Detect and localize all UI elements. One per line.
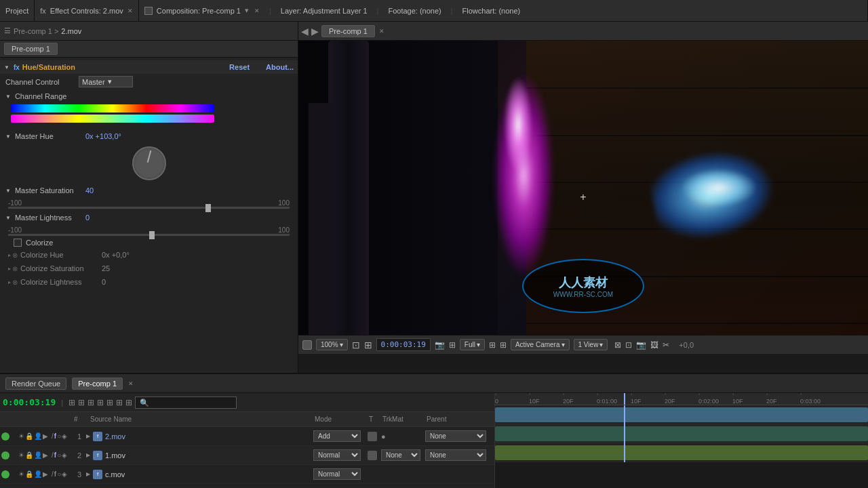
layer1-lock[interactable]: 🔒 — [25, 432, 33, 440]
master-light-thumb[interactable] — [149, 231, 155, 239]
effect-about-link[interactable]: About... — [266, 63, 294, 71]
layer3-solo[interactable]: ☀ — [18, 470, 24, 478]
layer1-bar[interactable] — [495, 407, 868, 422]
zoom-dropdown[interactable]: 100% ▾ — [316, 339, 348, 350]
layer2-collapse[interactable]: ▶ — [43, 451, 51, 460]
timeline-close[interactable]: ✕ — [128, 380, 134, 387]
layer2-fx[interactable]: f — [54, 451, 56, 459]
precomp-viewer-tab[interactable]: Pre-comp 1 — [4, 43, 58, 55]
layer3-collapse[interactable]: ▶ — [43, 470, 51, 479]
view-count-dropdown[interactable]: 1 View ▾ — [574, 339, 608, 350]
preview-btn[interactable]: ⊡ — [625, 340, 632, 350]
layer2-shy[interactable]: 👤 — [34, 451, 42, 460]
layer2-adjust[interactable]: ◈ — [62, 451, 67, 459]
viewer-nav-fwd[interactable]: ▶ — [311, 26, 319, 37]
layer1-collapse[interactable]: ▶ — [43, 432, 51, 441]
layer2-mode-select[interactable]: Normal — [313, 449, 361, 461]
panel-menu-icon[interactable]: ☰ — [4, 26, 11, 35]
grid-overlay-icon[interactable]: ⊞ — [500, 340, 507, 350]
layer2-bar[interactable] — [495, 426, 868, 441]
fit-icon[interactable]: ⊡ — [352, 340, 360, 350]
layer3-shy[interactable]: 👤 — [34, 470, 42, 479]
layer2-lock[interactable]: 🔒 — [25, 451, 33, 459]
tl-tool-3[interactable]: ⊞ — [87, 398, 94, 407]
layer3-mode-select[interactable]: Normal — [313, 468, 361, 480]
footage-tab[interactable]: Footage: (none) — [388, 7, 441, 15]
render-btn[interactable]: ⊠ — [614, 340, 621, 350]
master-saturation-slider[interactable] — [8, 207, 290, 209]
layer3-video-switch[interactable] — [1, 470, 9, 479]
effect-collapse-icon[interactable]: ▼ — [4, 64, 9, 70]
channel-control-dropdown[interactable]: Master ▾ — [79, 76, 133, 87]
layer2-track-matte[interactable] — [368, 451, 377, 460]
playhead-indicator[interactable] — [624, 393, 625, 405]
snap-icon[interactable]: ⊞ — [364, 340, 372, 350]
effect-controls-tab[interactable]: Effect Controls: 2.mov — [50, 7, 123, 15]
layer1-shy[interactable]: 👤 — [34, 432, 42, 441]
show-snapshot-btn[interactable]: 🖼 — [650, 340, 658, 350]
tl-tool-4[interactable]: ⊞ — [97, 398, 104, 407]
active-camera-dropdown[interactable]: Active Camera ▾ — [511, 339, 570, 350]
precomp1-viewer-tab[interactable]: Pre-comp 1 — [321, 25, 375, 37]
layer1-adjust[interactable]: ◈ — [62, 432, 67, 440]
master-lightness-value[interactable]: 0 — [85, 214, 126, 222]
master-sat-collapse[interactable]: ▼ — [5, 188, 11, 194]
layer2-video-switch[interactable] — [1, 451, 9, 460]
tl-tool-1[interactable]: ⊞ — [68, 398, 75, 407]
layer1-expand-tri[interactable]: ▶ — [86, 433, 90, 439]
colorize-checkbox[interactable] — [14, 239, 22, 247]
effect-reset-link[interactable]: Reset — [229, 63, 250, 71]
layer2-motion-blur[interactable]: ○ — [57, 451, 61, 459]
colorize-sat-collapse[interactable]: ▸ — [8, 266, 11, 272]
layer3-motion-blur[interactable]: ○ — [57, 470, 61, 478]
composition-canvas[interactable]: + 人人素材 WWW.RR-SC.COM — [298, 41, 868, 354]
layer3-name-area[interactable]: ▶ f c.mov — [86, 470, 313, 479]
layer1-mode-select[interactable]: AddNormal — [313, 430, 361, 442]
layer2-quality[interactable]: / — [52, 451, 54, 459]
layer1-quality[interactable]: / — [52, 432, 54, 440]
comp-dropdown[interactable]: ▾ — [245, 6, 249, 15]
snapshot-btn[interactable]: 📷 — [636, 340, 646, 350]
layer2-trkmat-select[interactable]: None — [381, 449, 420, 461]
viewer-timecode[interactable]: 0:00:03:19 — [376, 338, 431, 351]
colorize-light-collapse[interactable]: ▸ — [8, 279, 11, 285]
master-hue-value[interactable]: 0x +103,0° — [85, 132, 126, 140]
layer1-motion-blur[interactable]: ○ — [57, 432, 61, 440]
layer1-track-matte[interactable] — [368, 432, 377, 441]
master-saturation-value[interactable]: 40 — [85, 186, 126, 195]
quality-dropdown[interactable]: Full ▾ — [460, 339, 485, 350]
tl-tool-5[interactable]: ⊞ — [106, 398, 113, 407]
layer1-name-area[interactable]: ▶ f 2.mov — [86, 432, 313, 441]
layer1-video-switch[interactable] — [1, 432, 9, 441]
grid-icon[interactable]: ⊞ — [449, 340, 456, 350]
layer3-expand-tri[interactable]: ▶ — [86, 471, 90, 477]
layer1-solo[interactable]: ☀ — [18, 432, 24, 440]
layer3-lock[interactable]: 🔒 — [25, 470, 33, 478]
channel-range-collapse[interactable]: ▼ — [5, 94, 11, 100]
layer3-bar[interactable] — [495, 445, 868, 460]
layer2-expand-tri[interactable]: ▶ — [86, 452, 90, 458]
viewer-nav-back[interactable]: ◀ — [301, 26, 309, 37]
viewer-close-tab[interactable]: ✕ — [379, 28, 384, 35]
layer-tab[interactable]: Layer: Adjustment Layer 1 — [281, 7, 368, 15]
layer1-parent-select[interactable]: None — [425, 430, 486, 442]
tl-tool-2[interactable]: ⊞ — [78, 398, 85, 407]
layer2-solo[interactable]: ☀ — [18, 451, 24, 459]
flowchart-tab[interactable]: Flowchart: (none) — [462, 7, 521, 15]
layer2-track[interactable] — [495, 424, 868, 443]
timeline-timecode[interactable]: 0:00:03:19 — [3, 397, 56, 407]
render-queue-tab[interactable]: Render Queue — [5, 378, 66, 390]
comp-close[interactable]: ✕ — [254, 7, 260, 14]
layer1-track[interactable] — [495, 405, 868, 424]
project-tab[interactable]: Project — [5, 7, 28, 15]
colorize-hue-collapse[interactable]: ▸ — [8, 252, 11, 258]
master-hue-collapse[interactable]: ▼ — [5, 134, 11, 140]
tl-tool-7[interactable]: ⊞ — [125, 398, 132, 407]
layer2-parent-select[interactable]: None — [425, 449, 486, 461]
layer3-adjust[interactable]: ◈ — [62, 470, 67, 478]
layer1-fx[interactable]: f — [54, 432, 56, 440]
composition-tab[interactable]: Composition: Pre-comp 1 — [157, 7, 241, 15]
trim-comp-btn[interactable]: ✂ — [663, 340, 669, 350]
tl-tool-6[interactable]: ⊞ — [116, 398, 123, 407]
checkerboard-icon[interactable]: ⊞ — [489, 340, 496, 350]
